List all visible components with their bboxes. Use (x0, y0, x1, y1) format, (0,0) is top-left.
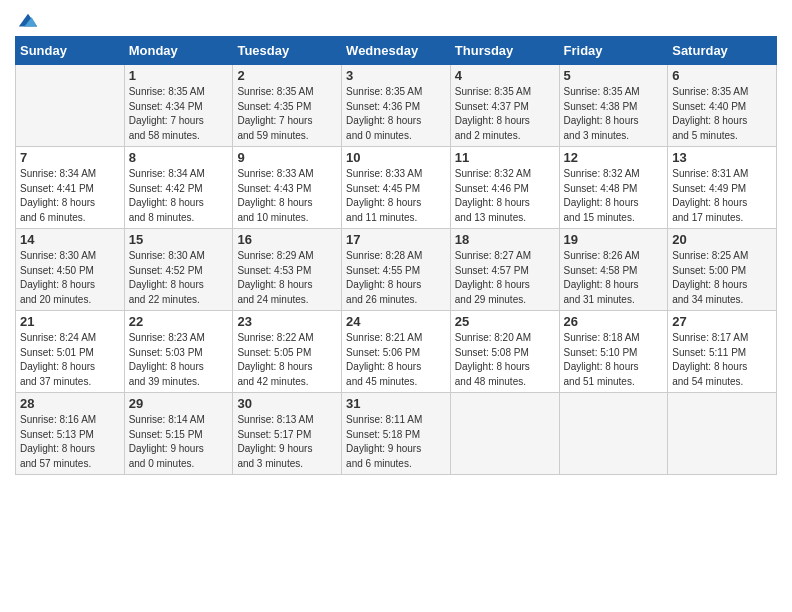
day-number: 1 (129, 68, 229, 83)
header-row: SundayMondayTuesdayWednesdayThursdayFrid… (16, 37, 777, 65)
day-info: Sunrise: 8:16 AM Sunset: 5:13 PM Dayligh… (20, 413, 120, 471)
day-number: 4 (455, 68, 555, 83)
day-cell: 10Sunrise: 8:33 AM Sunset: 4:45 PM Dayli… (342, 147, 451, 229)
day-cell: 5Sunrise: 8:35 AM Sunset: 4:38 PM Daylig… (559, 65, 668, 147)
day-number: 15 (129, 232, 229, 247)
day-cell: 9Sunrise: 8:33 AM Sunset: 4:43 PM Daylig… (233, 147, 342, 229)
day-cell: 29Sunrise: 8:14 AM Sunset: 5:15 PM Dayli… (124, 393, 233, 475)
logo-icon (17, 10, 39, 32)
day-info: Sunrise: 8:30 AM Sunset: 4:50 PM Dayligh… (20, 249, 120, 307)
day-header-thursday: Thursday (450, 37, 559, 65)
day-info: Sunrise: 8:34 AM Sunset: 4:42 PM Dayligh… (129, 167, 229, 225)
day-cell: 8Sunrise: 8:34 AM Sunset: 4:42 PM Daylig… (124, 147, 233, 229)
day-info: Sunrise: 8:32 AM Sunset: 4:46 PM Dayligh… (455, 167, 555, 225)
day-cell: 31Sunrise: 8:11 AM Sunset: 5:18 PM Dayli… (342, 393, 451, 475)
day-cell: 19Sunrise: 8:26 AM Sunset: 4:58 PM Dayli… (559, 229, 668, 311)
day-number: 13 (672, 150, 772, 165)
day-info: Sunrise: 8:35 AM Sunset: 4:36 PM Dayligh… (346, 85, 446, 143)
day-number: 3 (346, 68, 446, 83)
day-number: 29 (129, 396, 229, 411)
day-header-saturday: Saturday (668, 37, 777, 65)
day-number: 22 (129, 314, 229, 329)
day-number: 24 (346, 314, 446, 329)
day-info: Sunrise: 8:33 AM Sunset: 4:43 PM Dayligh… (237, 167, 337, 225)
day-cell: 3Sunrise: 8:35 AM Sunset: 4:36 PM Daylig… (342, 65, 451, 147)
day-info: Sunrise: 8:31 AM Sunset: 4:49 PM Dayligh… (672, 167, 772, 225)
day-number: 9 (237, 150, 337, 165)
day-header-monday: Monday (124, 37, 233, 65)
logo (15, 10, 39, 28)
day-number: 7 (20, 150, 120, 165)
day-info: Sunrise: 8:35 AM Sunset: 4:37 PM Dayligh… (455, 85, 555, 143)
day-info: Sunrise: 8:13 AM Sunset: 5:17 PM Dayligh… (237, 413, 337, 471)
day-header-friday: Friday (559, 37, 668, 65)
day-info: Sunrise: 8:25 AM Sunset: 5:00 PM Dayligh… (672, 249, 772, 307)
day-number: 26 (564, 314, 664, 329)
week-row-4: 21Sunrise: 8:24 AM Sunset: 5:01 PM Dayli… (16, 311, 777, 393)
week-row-5: 28Sunrise: 8:16 AM Sunset: 5:13 PM Dayli… (16, 393, 777, 475)
day-info: Sunrise: 8:23 AM Sunset: 5:03 PM Dayligh… (129, 331, 229, 389)
day-number: 30 (237, 396, 337, 411)
day-cell: 27Sunrise: 8:17 AM Sunset: 5:11 PM Dayli… (668, 311, 777, 393)
day-number: 23 (237, 314, 337, 329)
day-info: Sunrise: 8:14 AM Sunset: 5:15 PM Dayligh… (129, 413, 229, 471)
day-cell: 22Sunrise: 8:23 AM Sunset: 5:03 PM Dayli… (124, 311, 233, 393)
day-info: Sunrise: 8:27 AM Sunset: 4:57 PM Dayligh… (455, 249, 555, 307)
day-info: Sunrise: 8:18 AM Sunset: 5:10 PM Dayligh… (564, 331, 664, 389)
day-number: 11 (455, 150, 555, 165)
day-number: 25 (455, 314, 555, 329)
day-info: Sunrise: 8:33 AM Sunset: 4:45 PM Dayligh… (346, 167, 446, 225)
day-header-tuesday: Tuesday (233, 37, 342, 65)
day-cell: 14Sunrise: 8:30 AM Sunset: 4:50 PM Dayli… (16, 229, 125, 311)
day-info: Sunrise: 8:26 AM Sunset: 4:58 PM Dayligh… (564, 249, 664, 307)
day-info: Sunrise: 8:35 AM Sunset: 4:34 PM Dayligh… (129, 85, 229, 143)
day-info: Sunrise: 8:30 AM Sunset: 4:52 PM Dayligh… (129, 249, 229, 307)
day-info: Sunrise: 8:29 AM Sunset: 4:53 PM Dayligh… (237, 249, 337, 307)
day-info: Sunrise: 8:35 AM Sunset: 4:35 PM Dayligh… (237, 85, 337, 143)
day-number: 12 (564, 150, 664, 165)
day-cell: 18Sunrise: 8:27 AM Sunset: 4:57 PM Dayli… (450, 229, 559, 311)
day-info: Sunrise: 8:35 AM Sunset: 4:38 PM Dayligh… (564, 85, 664, 143)
day-cell: 6Sunrise: 8:35 AM Sunset: 4:40 PM Daylig… (668, 65, 777, 147)
day-cell: 15Sunrise: 8:30 AM Sunset: 4:52 PM Dayli… (124, 229, 233, 311)
day-info: Sunrise: 8:21 AM Sunset: 5:06 PM Dayligh… (346, 331, 446, 389)
day-cell: 7Sunrise: 8:34 AM Sunset: 4:41 PM Daylig… (16, 147, 125, 229)
day-number: 6 (672, 68, 772, 83)
day-cell: 26Sunrise: 8:18 AM Sunset: 5:10 PM Dayli… (559, 311, 668, 393)
day-info: Sunrise: 8:35 AM Sunset: 4:40 PM Dayligh… (672, 85, 772, 143)
day-cell (668, 393, 777, 475)
day-number: 2 (237, 68, 337, 83)
day-cell: 11Sunrise: 8:32 AM Sunset: 4:46 PM Dayli… (450, 147, 559, 229)
day-number: 10 (346, 150, 446, 165)
day-header-sunday: Sunday (16, 37, 125, 65)
day-number: 5 (564, 68, 664, 83)
week-row-2: 7Sunrise: 8:34 AM Sunset: 4:41 PM Daylig… (16, 147, 777, 229)
day-cell (559, 393, 668, 475)
day-cell (450, 393, 559, 475)
day-number: 27 (672, 314, 772, 329)
main-container: SundayMondayTuesdayWednesdayThursdayFrid… (0, 0, 792, 485)
day-number: 14 (20, 232, 120, 247)
day-number: 19 (564, 232, 664, 247)
day-cell: 24Sunrise: 8:21 AM Sunset: 5:06 PM Dayli… (342, 311, 451, 393)
day-cell: 23Sunrise: 8:22 AM Sunset: 5:05 PM Dayli… (233, 311, 342, 393)
day-cell: 4Sunrise: 8:35 AM Sunset: 4:37 PM Daylig… (450, 65, 559, 147)
day-header-wednesday: Wednesday (342, 37, 451, 65)
day-number: 18 (455, 232, 555, 247)
day-number: 16 (237, 232, 337, 247)
day-number: 17 (346, 232, 446, 247)
day-info: Sunrise: 8:24 AM Sunset: 5:01 PM Dayligh… (20, 331, 120, 389)
day-cell: 12Sunrise: 8:32 AM Sunset: 4:48 PM Dayli… (559, 147, 668, 229)
day-info: Sunrise: 8:34 AM Sunset: 4:41 PM Dayligh… (20, 167, 120, 225)
week-row-1: 1Sunrise: 8:35 AM Sunset: 4:34 PM Daylig… (16, 65, 777, 147)
day-cell: 1Sunrise: 8:35 AM Sunset: 4:34 PM Daylig… (124, 65, 233, 147)
week-row-3: 14Sunrise: 8:30 AM Sunset: 4:50 PM Dayli… (16, 229, 777, 311)
day-number: 8 (129, 150, 229, 165)
calendar-table: SundayMondayTuesdayWednesdayThursdayFrid… (15, 36, 777, 475)
day-number: 28 (20, 396, 120, 411)
day-info: Sunrise: 8:32 AM Sunset: 4:48 PM Dayligh… (564, 167, 664, 225)
day-number: 21 (20, 314, 120, 329)
day-cell: 2Sunrise: 8:35 AM Sunset: 4:35 PM Daylig… (233, 65, 342, 147)
day-cell: 21Sunrise: 8:24 AM Sunset: 5:01 PM Dayli… (16, 311, 125, 393)
day-cell: 25Sunrise: 8:20 AM Sunset: 5:08 PM Dayli… (450, 311, 559, 393)
